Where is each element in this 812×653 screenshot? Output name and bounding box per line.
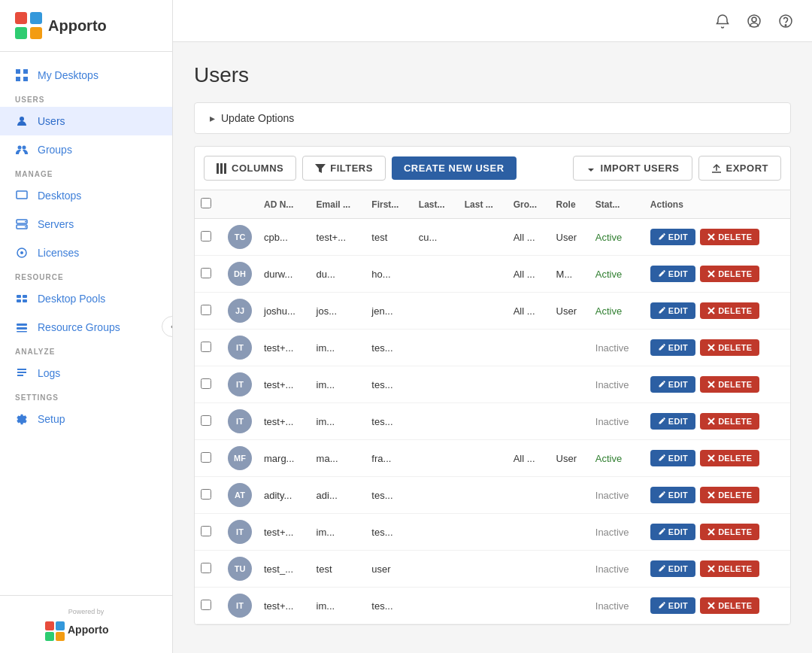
row-role: M...: [550, 256, 589, 293]
row-actions-cell: EDIT DELETE: [644, 588, 790, 624]
edit-button[interactable]: EDIT: [650, 487, 695, 503]
row-checkbox[interactable]: [201, 563, 211, 573]
col-last-login[interactable]: Last ...: [459, 190, 508, 219]
col-role[interactable]: Role: [550, 190, 589, 219]
row-ad-name: test+...: [258, 330, 311, 366]
row-checkbox[interactable]: [201, 305, 211, 315]
sidebar-item-label: Licenses: [38, 247, 79, 259]
svg-point-14: [25, 221, 26, 223]
row-checkbox[interactable]: [201, 415, 211, 426]
row-checkbox[interactable]: [201, 342, 211, 352]
row-checkbox[interactable]: [201, 600, 211, 610]
delete-button[interactable]: DELETE: [700, 487, 759, 503]
sidebar-item-label: Logs: [38, 367, 60, 379]
import-users-button[interactable]: IMPORT USERS: [573, 156, 692, 181]
edit-button[interactable]: EDIT: [650, 450, 695, 466]
edit-icon: [658, 381, 665, 388]
row-checkbox[interactable]: [201, 526, 211, 536]
row-checkbox[interactable]: [201, 378, 211, 389]
row-status: Active: [589, 219, 644, 256]
delete-button[interactable]: DELETE: [700, 524, 759, 540]
row-ad-name: joshu...: [258, 293, 311, 330]
edit-button[interactable]: EDIT: [650, 339, 695, 356]
export-button[interactable]: EXPORT: [698, 156, 781, 181]
col-status[interactable]: Stat...: [589, 190, 644, 219]
delete-button[interactable]: DELETE: [700, 376, 759, 393]
row-checkbox[interactable]: [201, 489, 211, 500]
logs-icon: [15, 366, 29, 380]
col-email[interactable]: Email ...: [311, 190, 366, 219]
update-options-bar[interactable]: ▸ Update Options: [194, 102, 791, 134]
notification-icon[interactable]: [714, 13, 731, 29]
sidebar-item-desktops[interactable]: Desktops: [0, 181, 172, 210]
svg-rect-24: [17, 331, 27, 333]
row-email: im...: [311, 403, 366, 440]
sidebar-item-servers[interactable]: Servers: [0, 210, 172, 238]
row-last-name: [413, 256, 459, 293]
filters-button[interactable]: FILTERS: [302, 156, 386, 181]
svg-rect-19: [23, 295, 27, 298]
edit-button[interactable]: EDIT: [650, 560, 695, 577]
edit-button[interactable]: EDIT: [650, 413, 695, 430]
user-account-icon[interactable]: [746, 13, 762, 29]
row-checkbox[interactable]: [201, 231, 211, 241]
footer-logo: Apporto: [45, 618, 128, 641]
svg-rect-0: [15, 12, 27, 24]
delete-button[interactable]: DELETE: [700, 450, 759, 466]
row-checkbox[interactable]: [201, 268, 211, 278]
row-avatar-cell: IT: [222, 366, 258, 403]
edit-button[interactable]: EDIT: [650, 597, 695, 614]
sidebar-item-my-desktops[interactable]: My Desktops: [0, 61, 172, 90]
svg-rect-22: [17, 323, 27, 326]
row-first-name: fra...: [365, 440, 413, 477]
col-last[interactable]: Last...: [413, 190, 459, 219]
row-first-name: tes...: [365, 588, 413, 624]
sidebar-item-setup[interactable]: Setup: [0, 405, 172, 433]
row-actions-cell: EDIT DELETE: [644, 403, 790, 440]
edit-button[interactable]: EDIT: [650, 266, 695, 282]
row-actions-cell: EDIT DELETE: [644, 293, 790, 330]
sidebar-item-resource-groups[interactable]: Resource Groups: [0, 313, 172, 342]
row-status: Inactive: [589, 514, 644, 551]
edit-button[interactable]: EDIT: [650, 376, 695, 393]
columns-button[interactable]: COLUMNS: [204, 156, 296, 181]
row-last-name: cu...: [413, 219, 459, 256]
row-checkbox[interactable]: [201, 452, 211, 463]
delete-button[interactable]: DELETE: [700, 266, 759, 282]
sidebar-item-desktop-pools[interactable]: Desktop Pools: [0, 284, 172, 313]
topbar: [173, 0, 812, 42]
edit-icon: [658, 270, 665, 278]
export-icon: [711, 163, 722, 174]
edit-icon: [658, 491, 665, 499]
sidebar-item-logs[interactable]: Logs: [0, 359, 172, 387]
delete-button[interactable]: DELETE: [700, 560, 759, 577]
help-icon[interactable]: [777, 13, 794, 29]
edit-button[interactable]: EDIT: [650, 524, 695, 540]
page-content: Users ▸ Update Options COLUMNS FILTERS C…: [173, 42, 812, 653]
delete-button[interactable]: DELETE: [700, 302, 759, 319]
create-new-user-button[interactable]: CREATE NEW USER: [392, 156, 517, 180]
sidebar-item-label: Servers: [38, 218, 74, 230]
col-ad-name[interactable]: AD N...: [258, 190, 311, 219]
sidebar-item-licenses[interactable]: Licenses: [0, 238, 172, 267]
delete-icon: [707, 491, 715, 499]
row-group: All ...: [508, 440, 550, 477]
col-group[interactable]: Gro...: [508, 190, 550, 219]
edit-button[interactable]: EDIT: [650, 229, 695, 245]
delete-button[interactable]: DELETE: [700, 339, 759, 356]
edit-icon: [658, 233, 665, 241]
table-row: AT adity... adi... tes... Inactive EDIT …: [195, 477, 790, 514]
edit-button[interactable]: EDIT: [650, 302, 695, 319]
select-all-checkbox[interactable]: [201, 198, 211, 208]
row-email: adi...: [311, 477, 366, 514]
delete-button[interactable]: DELETE: [700, 229, 759, 245]
svg-point-10: [23, 146, 26, 150]
col-first[interactable]: First...: [365, 190, 413, 219]
row-checkbox-cell: [195, 551, 222, 588]
sidebar-item-users[interactable]: Users: [0, 107, 172, 135]
delete-button[interactable]: DELETE: [700, 597, 759, 614]
sidebar-item-groups[interactable]: Groups: [0, 135, 172, 164]
row-role: [550, 551, 589, 588]
row-actions-cell: EDIT DELETE: [644, 366, 790, 403]
delete-button[interactable]: DELETE: [700, 413, 759, 430]
